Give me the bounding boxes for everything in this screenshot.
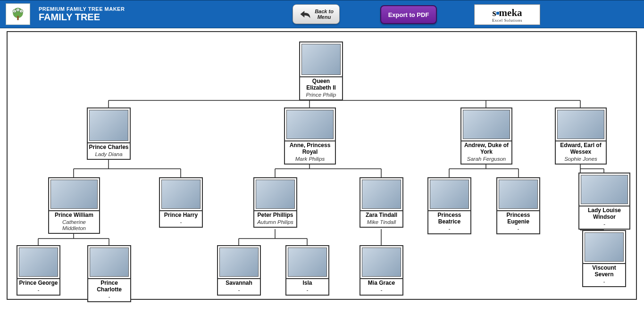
brand-logo: smeka Excel Solutions <box>474 4 540 25</box>
person-spouse: - <box>497 225 539 233</box>
photo-placeholder <box>219 248 259 277</box>
photo-placeholder <box>288 248 327 277</box>
person-spouse: Mark Philips <box>285 156 335 164</box>
photo-placeholder <box>585 232 624 262</box>
photo-placeholder <box>161 180 201 209</box>
photo-placeholder <box>50 180 98 209</box>
person-name: Anne, Princess Royal <box>285 140 335 156</box>
person-spouse: - <box>88 293 130 301</box>
person-spouse: Prince Philip <box>300 91 342 99</box>
person-card[interactable]: Edward, Earl of Wessex Sophie Jones <box>555 107 607 165</box>
person-spouse: Autumn Philips <box>254 219 296 227</box>
person-card[interactable]: Viscount Severn - <box>582 230 626 287</box>
header: $ $ $ PREMIUM FAMILY TREE MAKER FAMILY T… <box>0 0 644 28</box>
back-arrow-icon <box>299 8 312 20</box>
person-name: Prince William <box>49 210 99 219</box>
person-spouse: Mike Tindall <box>360 219 402 227</box>
person-spouse: - <box>579 221 629 229</box>
svg-rect-7 <box>17 16 19 20</box>
person-name: Edward, Earl of Wessex <box>556 140 606 156</box>
person-card[interactable]: Princess Beatrice - <box>427 177 471 234</box>
person-card[interactable]: Isla - <box>285 245 329 296</box>
person-name: Peter Phillips <box>254 210 296 219</box>
person-card[interactable]: Andrew, Duke of York Sarah Ferguson <box>460 107 512 165</box>
person-card[interactable]: Prince Harry - <box>159 177 203 228</box>
person-card[interactable]: Peter Phillips Autumn Philips <box>253 177 297 228</box>
person-card[interactable]: Anne, Princess Royal Mark Philips <box>284 107 336 165</box>
person-spouse: - <box>360 287 402 295</box>
person-card[interactable]: Lady Louise Windsor - <box>578 173 630 230</box>
family-tree-canvas: Queen Elizabeth II Prince Philip Prince … <box>7 31 637 300</box>
photo-placeholder <box>581 175 628 204</box>
person-spouse: - <box>17 287 59 295</box>
person-spouse: Sophie Jones <box>556 156 606 164</box>
person-name: Prince Harry <box>160 210 202 219</box>
person-card[interactable]: Prince Charlotte - <box>87 245 131 302</box>
person-spouse: - <box>218 287 260 295</box>
person-spouse: Catherine Middleton <box>49 219 99 233</box>
person-name: Princess Eugenie <box>497 210 539 225</box>
header-subtitle: PREMIUM FAMILY TREE MAKER <box>39 6 125 12</box>
person-name: Isla <box>286 278 328 287</box>
person-card[interactable]: Mia Grace - <box>360 245 403 296</box>
person-name: Andrew, Duke of York <box>461 140 511 156</box>
person-card[interactable]: Prince Charles Lady Diana <box>87 107 131 160</box>
person-name: Prince Charlotte <box>88 278 130 293</box>
photo-placeholder <box>557 110 604 139</box>
photo-placeholder <box>499 180 538 209</box>
app-logo: $ $ $ <box>6 3 30 25</box>
back-button-label: Back to Menu <box>315 8 334 20</box>
header-titles: PREMIUM FAMILY TREE MAKER FAMILY TREE <box>39 6 125 23</box>
photo-placeholder <box>430 180 469 209</box>
brand-name: smeka <box>492 7 522 19</box>
person-card-root[interactable]: Queen Elizabeth II Prince Philip <box>299 41 343 100</box>
person-spouse: - <box>428 225 470 233</box>
photo-placeholder <box>362 248 401 277</box>
person-spouse: Sarah Ferguson <box>461 156 511 164</box>
person-spouse: - <box>160 219 202 227</box>
photo-placeholder <box>362 180 401 209</box>
page-title: FAMILY TREE <box>39 12 125 23</box>
person-name: Lady Louise Windsor <box>579 206 629 221</box>
person-name: Zara Tindall <box>360 210 402 219</box>
photo-placeholder <box>89 110 128 141</box>
export-pdf-button[interactable]: Export to PDF <box>380 5 437 24</box>
person-card[interactable]: Savannah - <box>217 245 261 296</box>
person-name: Prince George <box>17 278 59 287</box>
tree-icon: $ $ $ <box>9 6 26 23</box>
person-card[interactable]: Prince William Catherine Middleton <box>48 177 100 234</box>
person-spouse: Lady Diana <box>88 151 130 159</box>
person-name: Queen Elizabeth II <box>300 76 342 91</box>
person-name: Savannah <box>218 278 260 287</box>
photo-placeholder <box>256 180 295 209</box>
photo-placeholder <box>286 110 334 139</box>
person-card[interactable]: Princess Eugenie - <box>496 177 540 234</box>
photo-placeholder <box>90 248 129 277</box>
person-name: Mia Grace <box>360 278 402 287</box>
person-name: Prince Charles <box>88 142 130 151</box>
person-name: Princess Beatrice <box>428 210 470 225</box>
person-name: Viscount Severn <box>583 263 625 278</box>
brand-subtitle: Excel Solutions <box>492 18 522 23</box>
person-spouse: - <box>583 278 625 286</box>
person-card[interactable]: Zara Tindall Mike Tindall <box>360 177 403 228</box>
photo-placeholder <box>19 248 58 277</box>
person-spouse: - <box>286 287 328 295</box>
person-card[interactable]: Prince George - <box>17 245 60 296</box>
photo-placeholder <box>301 44 341 75</box>
back-to-menu-button[interactable]: Back to Menu <box>293 4 340 24</box>
photo-placeholder <box>463 110 510 139</box>
export-button-label: Export to PDF <box>388 11 429 18</box>
